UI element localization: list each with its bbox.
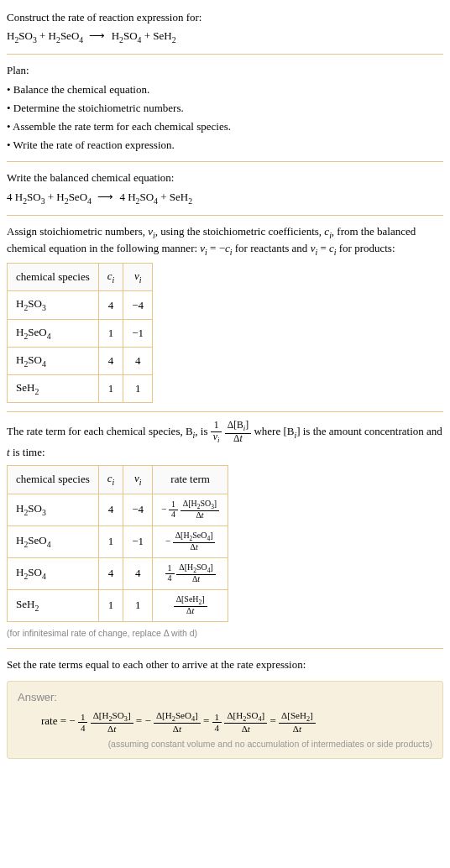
s: 2: [172, 35, 176, 44]
neg: −: [69, 714, 75, 727]
rate-word: rate: [41, 714, 57, 727]
sp: SeH2: [153, 29, 175, 42]
cell-c: 1: [98, 319, 123, 347]
col-species: chemical species: [8, 466, 99, 494]
balanced-equation: 4 H2SO3 + H2SeO4 ⟶ 4 H2SO4 + SeH2: [7, 190, 443, 207]
coef-frac: 14: [212, 712, 222, 733]
cell-c: 4: [98, 494, 123, 526]
sign: −: [165, 536, 170, 546]
cell-nu: 1: [123, 589, 153, 621]
unbalanced-equation: H2SO3 + H2SeO4 ⟶ H2SO4 + SeH2: [7, 29, 443, 45]
den: 4: [169, 510, 178, 520]
coef-frac: 14: [78, 712, 88, 733]
frac: 1νi: [211, 421, 222, 445]
table-row: SeH2 1 1 Δ[SeH2]Δt: [8, 589, 228, 621]
plan-item: • Assemble the rate term for each chemic…: [7, 119, 443, 134]
assign-text: Assign stoichiometric numbers, νi, using…: [7, 224, 443, 258]
sp: SeH2: [170, 191, 192, 203]
coef: 4: [119, 191, 125, 203]
delta-frac: Δ[H2SeO4]Δt: [173, 531, 216, 552]
num: 1: [169, 500, 178, 510]
plan-label: Plan:: [7, 63, 443, 78]
den: 4: [212, 723, 222, 733]
col-c: ci: [98, 466, 123, 494]
num: Δ[H2SO4]: [176, 563, 215, 575]
cell-c: 1: [98, 375, 123, 403]
plus: +: [144, 29, 150, 42]
cell-c: 1: [98, 589, 123, 621]
table-header-row: chemical species ci νi: [8, 264, 153, 291]
t: ]: [245, 420, 249, 431]
cell-c: 4: [98, 557, 123, 589]
table-row: H2SO3 4 −4 − 14 Δ[H2SO3]Δt: [8, 494, 228, 526]
cell-species: H2SO3: [8, 291, 99, 319]
table-header-row: chemical species ci νi rate term: [8, 466, 228, 494]
num: Δ[H2SeO4]: [154, 710, 201, 724]
sp: H2SeO4: [56, 191, 92, 203]
s: i: [217, 437, 219, 445]
t: SO: [18, 29, 33, 42]
num: 1: [212, 712, 222, 723]
delta-frac: Δ[H2SO4]Δt: [176, 563, 215, 584]
den: Δt: [225, 434, 252, 445]
table-row: H2SO4 4 4: [8, 347, 153, 374]
t: Δ[B: [228, 420, 243, 431]
num: Δ[H2SO4]: [224, 710, 267, 724]
t: SeO: [69, 191, 87, 203]
den: Δt: [176, 575, 215, 584]
den: Δt: [224, 724, 267, 734]
cell-nu: −1: [123, 526, 153, 557]
sp: H2SO3: [15, 191, 45, 203]
cell-nu: 1: [123, 375, 153, 403]
t: SeH: [153, 29, 171, 42]
s: 4: [138, 35, 142, 44]
cell-nu: 4: [123, 347, 153, 374]
num: Δ[Bi]: [225, 421, 252, 434]
plan-item: • Balance the chemical equation.: [7, 82, 443, 97]
t: H: [56, 191, 64, 203]
s: 4: [87, 196, 92, 205]
t: where [B: [254, 426, 294, 438]
answer-box: Answer: rate = − 14 Δ[H2SO3]Δt = − Δ[H2S…: [7, 681, 443, 759]
eq: =: [270, 714, 276, 727]
t: SeH: [170, 191, 188, 203]
t: The rate term for each chemical species,…: [7, 426, 193, 438]
t: SO: [123, 29, 138, 42]
num: Δ[H2SO3]: [181, 499, 219, 511]
eq: =: [317, 242, 329, 254]
cell-nu: −4: [123, 291, 153, 319]
den: 4: [165, 574, 175, 583]
divider: [7, 215, 443, 216]
plus: +: [48, 191, 54, 203]
delta-frac: Δ[SeH2]Δt: [279, 710, 316, 734]
answer-note: (assuming constant volume and no accumul…: [18, 738, 432, 750]
plus: +: [160, 191, 166, 203]
den: Δt: [279, 724, 316, 734]
num: Δ[H2SO3]: [91, 710, 133, 724]
t: H: [7, 29, 14, 42]
cell-nu: 4: [123, 557, 153, 589]
balanced-label: Write the balanced chemical equation:: [7, 170, 443, 186]
t: , using the stoichiometric coefficients,: [155, 225, 325, 238]
cell-species: H2SO4: [8, 557, 99, 589]
num: 1: [78, 712, 88, 723]
col-rate-term: rate term: [153, 466, 228, 494]
eq: =: [60, 714, 66, 727]
den: Δt: [154, 724, 201, 734]
rate-term-text: The rate term for each chemical species,…: [7, 421, 443, 460]
delta-frac: Δ[H2SeO4]Δt: [154, 710, 201, 734]
t: H: [15, 191, 23, 203]
sp: H2SO4: [112, 29, 142, 42]
t: H: [112, 29, 119, 42]
coef-frac: 14: [165, 564, 175, 583]
coef-frac: 14: [169, 500, 178, 520]
neg: −: [144, 714, 150, 727]
s: i: [112, 275, 115, 285]
prompt-title: Construct the rate of reaction expressio…: [7, 10, 443, 25]
s: 3: [41, 196, 45, 205]
s: 3: [33, 35, 37, 44]
s: i: [139, 478, 142, 487]
col-species: chemical species: [8, 264, 99, 291]
frac: Δ[Bi]Δt: [225, 421, 252, 445]
divider: [7, 161, 443, 162]
